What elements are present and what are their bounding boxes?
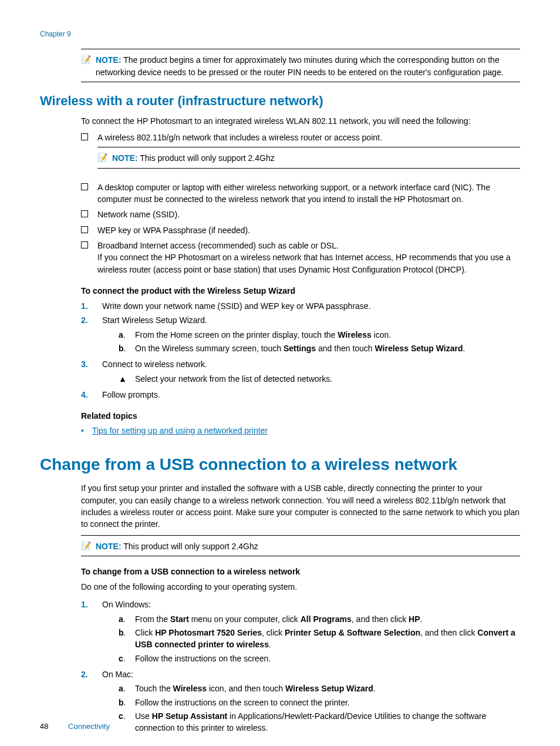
b: Wireless: [338, 330, 371, 340]
note-block-2: 📝 NOTE: This product will only support 2…: [81, 535, 520, 556]
t: icon.: [372, 330, 391, 340]
step-body: Connect to wireless network. ▲ Select yo…: [102, 358, 520, 387]
substep-body: Follow the instructions on the screen.: [135, 653, 520, 664]
letter: a: [119, 683, 129, 694]
step-number: 1.: [81, 300, 93, 312]
substep: a From the Start menu on your computer, …: [119, 613, 520, 625]
bullet-icon: •: [81, 425, 84, 436]
letter: c: [119, 710, 129, 734]
checkbox-icon: [81, 133, 88, 140]
footer-title: Connectivity: [68, 722, 110, 731]
b: Wireless Setup Wizard: [285, 684, 373, 693]
t: Click: [135, 628, 155, 637]
b: Wireless: [173, 684, 207, 693]
step: 2. On Mac: a Touch the Wireless icon, an…: [81, 668, 520, 735]
note-body: This product will only support 2.4Ghz: [140, 153, 275, 163]
substep-body: From the Start menu on your computer, cl…: [135, 613, 520, 625]
rule: [97, 168, 520, 169]
b: HP Setup Assistant: [152, 711, 227, 721]
b: Printer Setup & Software Selection: [285, 628, 420, 637]
rule: [81, 556, 520, 556]
note-block-1: 📝 NOTE: The product begins a timer for a…: [81, 49, 520, 82]
step: 1. On Windows: a From the Start menu on …: [81, 599, 520, 666]
related-link-tips[interactable]: Tips for setting up and using a networke…: [92, 425, 268, 436]
t: , and then click: [420, 628, 477, 637]
check-text: A desktop computer or laptop with either…: [97, 182, 520, 206]
check-text: WEP key or WPA Passphrase (if needed).: [97, 224, 520, 236]
t: .: [420, 614, 423, 624]
t: and then touch: [316, 344, 375, 353]
note-text: NOTE: This product will only support 2.4…: [96, 540, 520, 552]
t: .: [373, 684, 376, 693]
subheading-wireless-wizard: To connect the product with the Wireless…: [81, 285, 520, 297]
t: , and then click: [352, 614, 409, 624]
text: Connect to wireless network.: [102, 359, 207, 369]
substep: b Follow the instructions on the screen …: [119, 697, 520, 708]
step: 2. Start Wireless Setup Wizard. a From t…: [81, 314, 520, 356]
b: Settings: [284, 344, 316, 353]
page-number: 48: [40, 721, 48, 732]
step-body: Follow prompts.: [102, 389, 520, 401]
t: From the: [135, 614, 170, 624]
related-topics-heading: Related topics: [81, 410, 520, 422]
checklist-item: Broadband Internet access (recommended) …: [81, 240, 520, 275]
section1-intro: To connect the HP Photosmart to an integ…: [81, 115, 520, 127]
letter: b: [119, 627, 129, 651]
letter: b: [119, 697, 129, 708]
related-topic-row: • Tips for setting up and using a networ…: [81, 425, 520, 436]
substep-body: On the Wireless summary screen, touch Se…: [135, 342, 520, 354]
letter: c: [119, 653, 129, 664]
substep: ▲ Select your network from the list of d…: [119, 373, 520, 385]
step-number: 3.: [81, 358, 93, 387]
rule: [81, 535, 520, 536]
inner-note: 📝 NOTE: This product will only support 2…: [97, 147, 520, 168]
note-body: This product will only support 2.4Ghz: [123, 542, 258, 551]
triangle-icon: ▲: [119, 373, 129, 385]
note-icon: 📝: [81, 54, 91, 78]
substep: c Follow the instructions on the screen.: [119, 653, 520, 664]
checklist-item: WEP key or WPA Passphrase (if needed).: [81, 224, 520, 236]
step: 3. Connect to wireless network. ▲ Select…: [81, 358, 520, 387]
letter: a: [119, 613, 129, 625]
substep: a From the Home screen on the printer di…: [119, 329, 520, 341]
t: Touch the: [135, 684, 173, 693]
wizard-steps: 1. Write down your network name (SSID) a…: [81, 300, 520, 401]
letter: b: [119, 342, 129, 354]
b: Start: [170, 614, 189, 624]
checkbox-icon: [81, 183, 88, 190]
t: From the Home screen on the printer disp…: [135, 330, 338, 340]
t: .: [463, 344, 465, 353]
b: Wireless Setup Wizard: [375, 344, 463, 353]
note-label: NOTE:: [96, 55, 122, 65]
t: menu on your computer, click: [189, 614, 301, 624]
note-icon: 📝: [81, 540, 91, 552]
checkbox-icon: [81, 210, 88, 217]
step-body: On Mac: a Touch the Wireless icon, and t…: [102, 668, 520, 735]
step: 1. Write down your network name (SSID) a…: [81, 300, 520, 312]
checkbox-icon: [81, 226, 88, 233]
substep-body: Click HP Photosmart 7520 Series, click P…: [135, 627, 520, 651]
step-number: 4.: [81, 389, 93, 401]
substep: b On the Wireless summary screen, touch …: [119, 342, 520, 354]
text: On Windows:: [102, 600, 151, 609]
note-body: The product begins a timer for approxima…: [96, 55, 504, 76]
check-text: A wireless 802.11b/g/n network that incl…: [97, 132, 520, 178]
chapter-label: Chapter 9: [40, 29, 520, 39]
text: If you connect the HP Photosmart on a wi…: [97, 253, 511, 274]
section-heading-wireless-router: Wireless with a router (infrastructure n…: [40, 92, 520, 110]
checklist-item: Network name (SSID).: [81, 209, 520, 220]
rule: [81, 82, 520, 82]
substep-body: Select your network from the list of det…: [135, 373, 332, 385]
check-text: Broadband Internet access (recommended) …: [97, 240, 520, 275]
page-footer: 48 Connectivity: [40, 721, 110, 732]
substep-body: Use HP Setup Assistant in Applications/H…: [135, 710, 520, 734]
note-label: NOTE:: [112, 153, 138, 163]
heading-change-usb-to-wireless: Change from a USB connection to a wirele…: [40, 453, 520, 477]
note-text: NOTE: This product will only support 2.4…: [112, 152, 520, 164]
t: .: [269, 640, 271, 649]
checklist-item: A wireless 802.11b/g/n network that incl…: [81, 132, 520, 178]
note-text: NOTE: The product begins a timer for app…: [96, 54, 520, 78]
os-steps: 1. On Windows: a From the Start menu on …: [81, 599, 520, 735]
t: icon, and then touch: [207, 684, 285, 693]
step-number: 1.: [81, 599, 93, 666]
